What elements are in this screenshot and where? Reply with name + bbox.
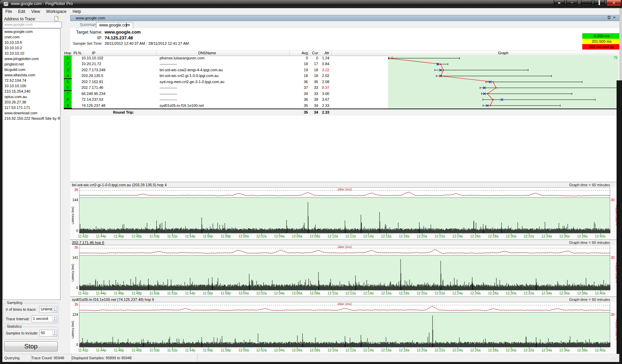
target-ip-value: 74.125.237.48 (105, 35, 133, 40)
status-bar: Querying Trace Count: 95948 Displayed Sa… (2, 354, 619, 362)
time-label: 11:50p (147, 234, 162, 238)
history-item[interactable]: 210.15.254.240 (3, 89, 60, 94)
history-item[interactable]: 10.10.10.10 (3, 51, 60, 56)
time-label: 11:48p (129, 348, 144, 352)
times-to-trace-spinner[interactable]: Unlimited ▲▼ (39, 306, 57, 313)
hop-dnsname: -------------- (160, 85, 295, 91)
hop-ip: 202.7.171.46 (81, 85, 153, 91)
menu-file[interactable]: File (2, 8, 15, 15)
history-item[interactable]: pingtest.net (3, 61, 60, 67)
round-trip-label: Round Trip: (113, 109, 134, 116)
history-item[interactable]: 203.26.27.38 (3, 99, 60, 105)
menu-view[interactable]: View (28, 8, 43, 15)
pane-header[interactable]: www.google.com ✕ (70, 15, 619, 21)
history-item[interactable]: 10.10.10.6 (3, 40, 60, 45)
panel-title-link[interactable]: bri-sot-wic-crt2-gi-1-0-0.tpgi.com.au (2… (72, 183, 167, 187)
spinner-arrows-icon[interactable]: ▲▼ (52, 330, 57, 336)
time-label: 11:54p (183, 291, 198, 295)
round-trip-jitter: 2.33 (315, 109, 329, 116)
history-item[interactable]: btcguild.com (3, 67, 60, 72)
hop-avg: 35 (288, 103, 308, 109)
latency-plot[interactable] (79, 312, 610, 347)
history-item[interactable]: www.pingplotter.com (3, 56, 60, 61)
menu-workspace[interactable]: Workspace (43, 8, 70, 15)
detach-button[interactable]: ⇨ (566, 0, 578, 6)
time-axis: 11:42p11:44p11:46p11:48p11:50p11:52p11:5… (79, 347, 610, 353)
history-item[interactable]: 117.53.171.171 (3, 105, 60, 110)
tab-www-google-com[interactable]: www.google.com (96, 22, 133, 29)
jitter-plot[interactable]: Jitter (ms) (79, 302, 610, 312)
hop-jitter: 3.00 (315, 91, 329, 97)
resize-grip[interactable]: ⋰⋰ (611, 356, 618, 361)
column-separator (309, 51, 309, 55)
time-label: 12:10a (325, 291, 340, 295)
hop-dnsname: syd-nxg-men-crt2-ge-3-1-0.tpgi.com.au (160, 79, 295, 85)
history-item[interactable]: 10.10.10.100 (3, 83, 60, 89)
latency-plot[interactable] (79, 255, 610, 290)
history-item[interactable]: 72.52.104.74 (3, 78, 60, 83)
latency-axis-label: Latency (ms) (71, 197, 74, 233)
minimize-button[interactable] (581, 0, 592, 6)
time-label: 12:12a (343, 291, 358, 295)
hop-number-cell: 5 (64, 79, 72, 85)
jitter-plot[interactable]: Jitter (ms) (79, 187, 610, 197)
time-label: 12:04a (272, 291, 287, 295)
time-label: 12:28a (486, 348, 501, 352)
column-separator (83, 51, 84, 55)
time-label: 12:30a (504, 291, 518, 295)
window-switch-button[interactable]: ◂▸ (554, 0, 565, 6)
graph-time-label: Graph time = 60 minutes (569, 183, 610, 187)
panel-title-link[interactable]: 202.7.171.46 hop 6 (72, 241, 104, 245)
column-separator (289, 51, 290, 55)
legend-row: 501 ms and up (582, 44, 621, 50)
address-input[interactable]: www.google.com (3, 22, 62, 28)
time-label: 12:00a (236, 291, 251, 295)
time-label: 12:10a (325, 234, 340, 238)
time-axis: 11:42p11:44p11:46p11:48p11:50p11:52p11:5… (79, 233, 610, 240)
history-item[interactable]: www.download.com (3, 110, 60, 116)
jitter-plot[interactable]: Jitter (ms) (79, 245, 610, 255)
trace-interval-spinner[interactable]: 1 second ▲▼ (32, 315, 57, 322)
vertical-scrollbar[interactable] (617, 80, 620, 354)
samples-to-include-label: Samples to include: (6, 331, 38, 335)
hop-dnsname: -------------- (160, 61, 295, 67)
stop-button[interactable]: Stop (4, 341, 58, 351)
history-item[interactable]: 10.10.10.2 (3, 45, 60, 51)
panel-title-link[interactable]: syd01s05-in-f16.1e100.net (74.125.237.48… (72, 298, 154, 302)
time-label: 11:50p (147, 348, 162, 352)
menu-edit[interactable]: Edit (15, 8, 28, 15)
column-separator (156, 51, 157, 55)
close-button[interactable]: ✕ (606, 0, 621, 6)
new-trace-icon[interactable] (53, 16, 59, 22)
sample-set-time-label: Sample Set Time: (70, 41, 103, 45)
column-header-pl%: PL% (72, 51, 83, 55)
latency-plot[interactable] (79, 197, 610, 233)
address-history-list[interactable]: www.google.comcnet.com10.10.10.610.10.10… (3, 28, 60, 300)
time-label: 11:50p (147, 291, 162, 295)
time-label: 12:26a (468, 234, 483, 238)
time-label: 12:32a (522, 348, 536, 352)
hop-dnsname: syd01s05-in-f16.1e100.net (160, 103, 295, 109)
graph-time-label: Graph time = 60 minutes (569, 241, 610, 245)
maximize-button[interactable] (594, 0, 605, 6)
history-item[interactable]: 216.92.150.222 Nessoft Site by IP (3, 116, 60, 121)
hop-avg: 34 (288, 91, 308, 97)
title-bar[interactable]: www.google.com - PingPlotter Pro ◂▸ ⇨ ✕ (0, 0, 622, 8)
hop-number-cell: 3 (64, 67, 72, 73)
target-name-value: www.google.com (105, 30, 141, 35)
spinner-arrows-icon[interactable]: ▲▼ (52, 316, 57, 322)
spinner-arrows-icon[interactable]: ▲▼ (52, 306, 57, 312)
history-item[interactable]: www.google.com (3, 29, 60, 34)
history-item[interactable]: optus.com.au (3, 94, 60, 99)
pane-close-icon[interactable]: ✕ (613, 16, 617, 20)
time-label: 11:56p (201, 291, 216, 295)
samples-to-include-spinner[interactable]: 50 ▲▼ (39, 330, 57, 337)
pin-icon[interactable] (607, 16, 611, 20)
menu-help[interactable]: Help (70, 8, 84, 15)
history-item[interactable]: www.altavista.com (3, 72, 60, 78)
time-label: 12:22a (432, 348, 447, 352)
target-name-label: Target Name: (70, 30, 103, 35)
time-label: 12:24a (450, 234, 465, 238)
history-item[interactable]: cnet.com (3, 34, 60, 40)
time-label: 11:44p (94, 291, 109, 295)
